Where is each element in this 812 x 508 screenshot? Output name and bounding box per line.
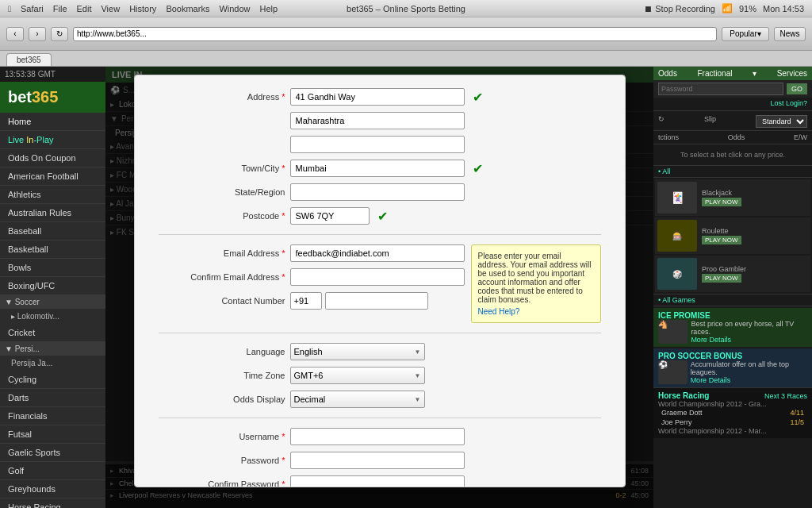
forward-button[interactable]: › (29, 27, 46, 41)
postcode-check-icon: ✔ (377, 209, 388, 224)
tab-bet365[interactable]: bet365 (6, 53, 52, 66)
town-input[interactable] (290, 160, 465, 177)
sidebar-item-financials[interactable]: Financials (0, 407, 105, 425)
sidebar-item-american-football[interactable]: American Football (0, 167, 105, 186)
username-input[interactable] (290, 428, 465, 445)
sidebar-item-australian-rules[interactable]: Australian Rules (0, 204, 105, 222)
language-label: Language (159, 347, 285, 356)
language-select[interactable]: English Hindi (290, 343, 425, 360)
timezone-select[interactable]: GMT+6 GMT+5:30 (290, 367, 425, 384)
sidebar-item-futsal[interactable]: Futsal (0, 425, 105, 444)
go-button[interactable]: GO (787, 83, 807, 94)
sidebar-sub-lokomotiv[interactable]: ▸ Lokomotiv... (0, 309, 105, 324)
file-menu[interactable]: File (53, 4, 67, 13)
sidebar-item-basketball[interactable]: Basketball (0, 241, 105, 259)
language-row: Language English Hindi (159, 343, 601, 360)
sidebar-item-darts[interactable]: Darts (0, 389, 105, 407)
wc-match-1[interactable]: World Championship 2012 - Gra... (658, 400, 807, 408)
lost-login-link[interactable]: Lost Login? (653, 98, 812, 109)
soccer-expand-icon[interactable]: ▼ (5, 298, 13, 306)
gambler-label: Proo Gambler (702, 265, 746, 273)
contact-row: Contact Number (159, 292, 465, 310)
sidebar-item-cycling[interactable]: Cycling (0, 371, 105, 389)
persi-expand[interactable]: ▼ (5, 344, 13, 353)
modal-content: Address ✔ Town/City (135, 75, 625, 487)
select-all-link[interactable]: • All (653, 166, 812, 178)
url-bar[interactable] (73, 27, 717, 41)
sidebar-item-cricket[interactable]: Cricket (0, 324, 105, 342)
graeme-dott-row[interactable]: Graeme Dott 4/11 (658, 408, 807, 418)
apple-menu[interactable]:  (8, 4, 11, 13)
safari-menu[interactable]: Safari (21, 4, 44, 13)
main-layout: 13:53:38 GMT bet365 Home Live In-Play Od… (0, 67, 812, 508)
confirm-password-row: Confirm Password (159, 475, 601, 487)
sidebar-item-horse-racing[interactable]: Horse Racing (0, 498, 105, 508)
price-promise-text-block: Best price on every horse, all TV races.… (691, 320, 807, 344)
view-menu[interactable]: View (101, 4, 120, 13)
sidebar-item-gaelic-sports[interactable]: Gaelic Sports (0, 444, 105, 462)
sidebar-item-live[interactable]: Live In-Play (0, 131, 105, 149)
roulette-label: Roulette (702, 227, 741, 235)
horse-racing-title: Horse Racing (658, 391, 709, 400)
password-input[interactable] (290, 452, 465, 469)
back-button[interactable]: ‹ (6, 27, 24, 41)
address3-input[interactable] (290, 136, 465, 153)
confirm-password-input[interactable] (290, 475, 465, 487)
popular-button[interactable]: Popular▾ (722, 27, 769, 41)
all-games-link[interactable]: • All Games (653, 294, 812, 306)
bookmarks-menu[interactable]: Bookmarks (166, 4, 209, 13)
joe-perry-row[interactable]: Joe Perry 11/5 (658, 418, 807, 427)
email-input[interactable] (290, 244, 465, 262)
joe-perry-name: Joe Perry (661, 418, 692, 426)
sidebar-item-greyhounds[interactable]: Greyhounds (0, 480, 105, 498)
gambler-play-button[interactable]: PLAY NOW (702, 274, 741, 283)
chevron-icon[interactable]: ▾ (753, 69, 756, 78)
confirm-email-input[interactable] (290, 268, 465, 286)
fractional-label[interactable]: Fractional (698, 69, 733, 78)
contact-number-input[interactable] (325, 292, 428, 310)
password-input-panel[interactable] (658, 83, 783, 95)
postcode-input[interactable] (290, 207, 370, 225)
state-input[interactable] (290, 183, 465, 201)
wc-match-2[interactable]: World Championship 2012 - Mar... (658, 427, 807, 435)
contact-prefix-input[interactable] (290, 292, 322, 310)
window-menu[interactable]: Window (219, 4, 250, 13)
address2-input[interactable] (290, 112, 465, 129)
wifi-icon: 📶 (722, 3, 733, 13)
stop-recording[interactable]: ⏹ Stop Recording (644, 4, 715, 13)
language-select-wrapper: English Hindi (290, 343, 425, 360)
bet-slip-refresh-icon[interactable]: ↻ (658, 115, 665, 128)
sidebar-item-boxing[interactable]: Boxing/UFC (0, 277, 105, 295)
odds-display-select-wrapper: Decimal Fractional (290, 391, 425, 408)
bet-slip-dropdown[interactable]: Standard (756, 115, 807, 128)
address-input[interactable] (290, 88, 465, 106)
soccer-bonus-more-details[interactable]: More Details (691, 376, 807, 384)
history-menu[interactable]: History (129, 4, 156, 13)
sidebar-item-golf[interactable]: Golf (0, 462, 105, 480)
roulette-play-button[interactable]: PLAY NOW (702, 236, 741, 244)
town-check-icon: ✔ (473, 161, 483, 176)
price-promise-more-details[interactable]: More Details (691, 336, 807, 344)
edit-menu[interactable]: Edit (77, 4, 92, 13)
sidebar-item-baseball[interactable]: Baseball (0, 222, 105, 241)
news-button[interactable]: News (774, 27, 806, 41)
soccer-bonus-text: Accumulator offer on all the top leagues… (691, 360, 807, 376)
panel-divider-1 (653, 110, 812, 111)
sidebar-sub-persija[interactable]: Persija Ja... (0, 356, 105, 371)
sidebar-item-athletics[interactable]: Athletics (0, 186, 105, 204)
help-menu[interactable]: Help (260, 4, 278, 13)
blackjack-play-button[interactable]: PLAY NOW (702, 198, 741, 206)
confirm-email-label: Confirm Email Address (159, 272, 285, 282)
need-help-link[interactable]: Need Help? (478, 307, 594, 316)
services-label[interactable]: Services (777, 69, 807, 78)
sidebar-item-bowls[interactable]: Bowls (0, 259, 105, 277)
gambler-info: Proo Gambler PLAY NOW (702, 265, 746, 283)
sidebar-item-odds-on-coupon[interactable]: Odds On Coupon (0, 149, 105, 167)
odds-display-select[interactable]: Decimal Fractional (290, 391, 425, 408)
clock: Mon 14:53 (763, 4, 804, 13)
soccer-bonus-title: PRO SOCCER BONUS (658, 352, 807, 360)
mac-menu[interactable]:  Safari File Edit View History Bookmark… (8, 4, 278, 13)
reload-button[interactable]: ↻ (51, 27, 68, 41)
logo-bet: bet (8, 88, 32, 106)
sidebar-item-home[interactable]: Home (0, 113, 105, 131)
